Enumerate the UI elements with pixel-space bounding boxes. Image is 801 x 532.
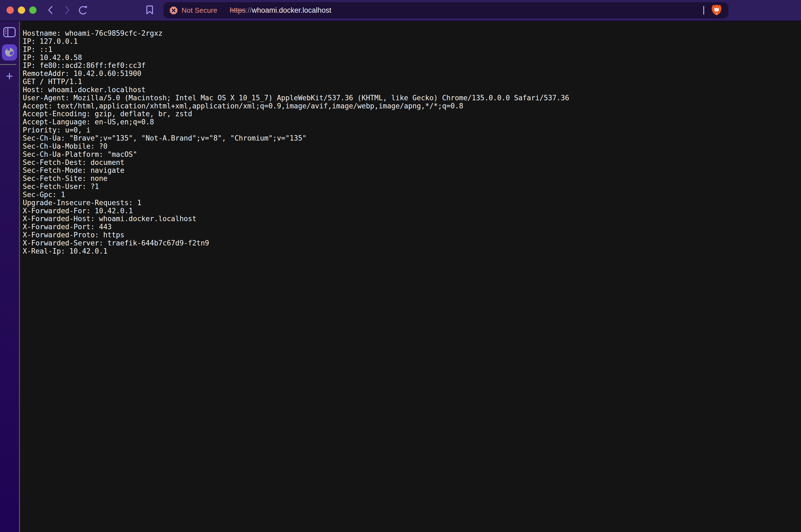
fullscreen-button[interactable] (29, 6, 37, 14)
forward-button[interactable] (60, 3, 74, 18)
brave-shields-button[interactable] (711, 4, 722, 17)
url-scheme-separator: :// (246, 6, 252, 14)
plus-icon: + (6, 70, 13, 82)
minimize-button[interactable] (18, 6, 25, 14)
url-host: whoami.docker.localhost (252, 6, 331, 14)
urlbar-right-group (703, 4, 722, 17)
url-scheme: https (230, 6, 246, 14)
sidebar-panel-icon (3, 27, 16, 38)
reload-icon (77, 4, 89, 17)
url-text: https://whoami.docker.localhost (230, 6, 331, 15)
window-controls (6, 6, 37, 14)
sidebar-divider (0, 64, 16, 65)
reload-button[interactable] (76, 3, 90, 18)
brave-lion-icon (711, 4, 722, 17)
security-warning-label: Not Secure (182, 6, 217, 15)
url-bar[interactable]: Not Secure https://whoami.docker.localho… (163, 2, 728, 18)
bookmark-icon (146, 5, 153, 16)
new-tab-button[interactable]: + (0, 68, 19, 84)
close-button[interactable] (6, 6, 14, 14)
back-button[interactable] (43, 3, 58, 18)
chevron-right-icon (63, 5, 71, 15)
chevron-left-icon (47, 5, 55, 15)
webpage-viewport: Hostname: whoami-76c9859cfc-2rgxz IP: 12… (20, 21, 801, 532)
urlbar-divider (703, 6, 704, 15)
whoami-response-text: Hostname: whoami-76c9859cfc-2rgxz IP: 12… (20, 21, 801, 255)
browser-toolbar: Not Secure https://whoami.docker.localho… (0, 0, 801, 21)
bookmark-button[interactable] (142, 3, 157, 18)
warning-octagon-x-icon (169, 6, 178, 15)
sidebar-tab-whoami[interactable] (2, 44, 17, 60)
sidebar-toggle-button[interactable] (3, 27, 16, 38)
globe-icon (4, 47, 15, 58)
sidebar: + (0, 21, 19, 532)
